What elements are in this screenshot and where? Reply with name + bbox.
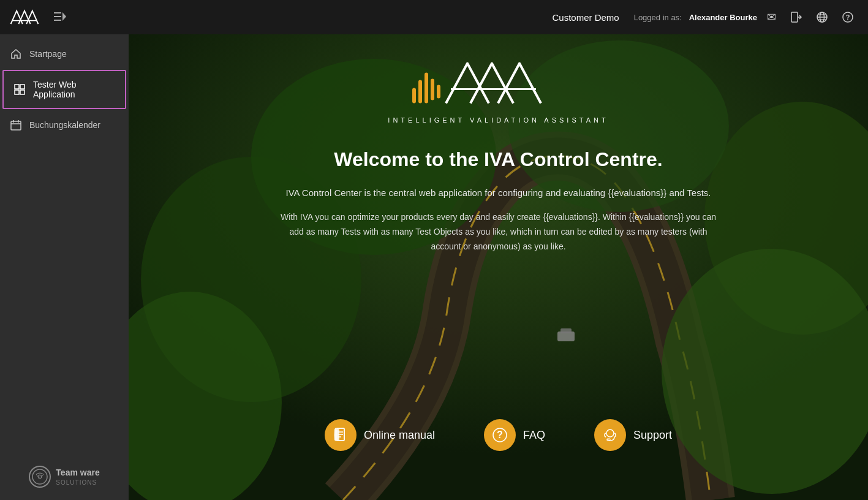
support-icon <box>594 419 626 451</box>
collapse-sidebar-button[interactable] <box>49 9 71 26</box>
main-content: INTELLIGENT VALIDATION ASSISTANT Welcome… <box>129 34 868 500</box>
sidebar-item-startpage-label: Startpage <box>29 49 67 59</box>
faq-action[interactable]: ? FAQ <box>484 419 545 451</box>
svg-rect-16 <box>15 85 19 89</box>
svg-rect-37 <box>425 73 428 104</box>
sidebar-item-buchungskalender-label: Buchungskalender <box>29 120 100 130</box>
online-manual-icon <box>325 419 357 451</box>
globe-button[interactable] <box>812 8 832 26</box>
welcome-description-1: IVA Control Center is the central web ap… <box>278 186 719 200</box>
svg-rect-5 <box>54 20 61 21</box>
welcome-section: Welcome to the IVA Control Centre. IVA C… <box>266 148 731 254</box>
welcome-title: Welcome to the IVA Control Centre. <box>278 148 719 171</box>
svg-rect-36 <box>418 80 422 104</box>
sidebar-footer: Team ware SOLUTIONS <box>0 461 129 493</box>
svg-rect-20 <box>11 121 21 130</box>
svg-rect-17 <box>20 85 25 89</box>
svg-rect-38 <box>431 79 434 100</box>
svg-point-24 <box>32 469 47 484</box>
sidebar-item-buchungskalender[interactable]: Buchungskalender <box>0 110 129 140</box>
online-manual-label: Online manual <box>364 429 435 442</box>
svg-rect-19 <box>20 90 25 94</box>
iva-subtitle: INTELLIGENT VALIDATION ASSISTANT <box>388 116 608 124</box>
svg-rect-35 <box>412 88 416 104</box>
teamware-logo: Team ware SOLUTIONS <box>29 466 99 488</box>
logo-icon <box>10 6 39 28</box>
support-label: Support <box>633 429 672 442</box>
calendar-icon <box>10 119 22 131</box>
welcome-description-2: With IVA you can optimize your products … <box>278 210 719 254</box>
sidebar-nav: Startpage Tester Web Application <box>0 34 129 140</box>
logout-button[interactable] <box>786 8 807 26</box>
svg-point-50 <box>606 430 614 437</box>
header-left <box>10 6 71 28</box>
sidebar-item-tester-web-app[interactable]: Tester Web Application <box>2 70 126 109</box>
teamware-logo-circle <box>29 466 51 488</box>
faq-icon: ? <box>484 419 516 451</box>
svg-text:?: ? <box>497 430 503 440</box>
svg-rect-39 <box>437 85 440 99</box>
teamware-tagline: SOLUTIONS <box>56 479 99 487</box>
teamware-name: Team ware <box>56 467 99 478</box>
sidebar: Startpage Tester Web Application <box>0 34 129 500</box>
main-layout: Startpage Tester Web Application <box>0 34 868 500</box>
sidebar-item-startpage[interactable]: Startpage <box>0 39 129 69</box>
faq-label: FAQ <box>523 429 545 442</box>
logged-in-label: Logged in as: <box>634 13 682 22</box>
home-icon <box>10 48 22 60</box>
support-action[interactable]: Support <box>594 419 672 451</box>
teamware-text: Team ware SOLUTIONS <box>56 467 99 486</box>
svg-rect-3 <box>54 12 61 13</box>
header-right: Customer Demo Logged in as: Alexander Bo… <box>552 7 858 28</box>
customer-demo-label: Customer Demo <box>552 12 619 23</box>
svg-rect-7 <box>791 12 798 22</box>
sidebar-item-tester-label: Tester Web Application <box>33 80 115 99</box>
header: Customer Demo Logged in as: Alexander Bo… <box>0 0 868 34</box>
help-button[interactable]: ? <box>837 8 858 26</box>
logged-in-user: Alexander Bourke <box>689 13 757 22</box>
svg-text:?: ? <box>846 13 850 21</box>
mail-button[interactable]: ✉ <box>762 7 781 28</box>
online-manual-action[interactable]: Online manual <box>325 419 435 451</box>
svg-rect-4 <box>54 16 61 17</box>
svg-rect-18 <box>15 90 19 94</box>
grid-icon <box>13 83 26 96</box>
svg-marker-6 <box>62 12 66 21</box>
action-items: Online manual ? FAQ <box>129 419 868 451</box>
iva-logo: INTELLIGENT VALIDATION ASSISTANT <box>388 53 608 124</box>
